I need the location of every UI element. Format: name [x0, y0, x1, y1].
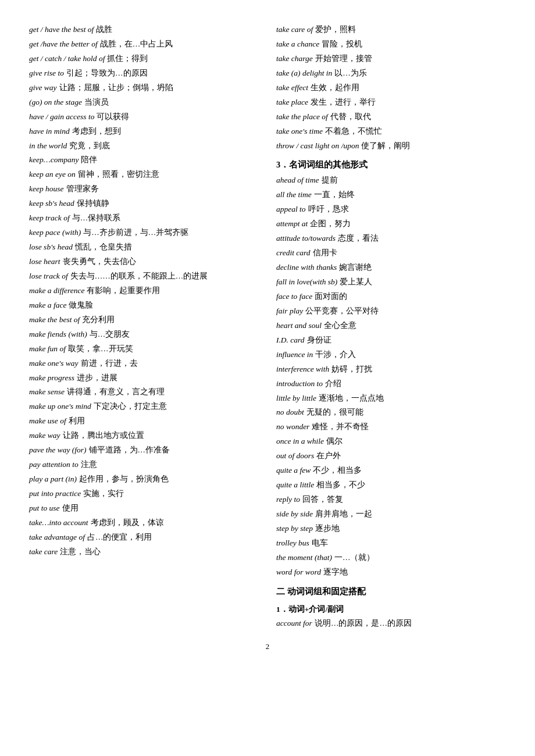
phrase-english: keep sb's head [29, 199, 74, 208]
list-item: quite a little相当多，不少 [276, 479, 506, 492]
phrase-chinese: 与…齐步前进，与…并驾齐驱 [83, 228, 188, 237]
phrase-english: the moment (that) [276, 553, 332, 562]
list-item: step by step逐步地 [276, 522, 506, 536]
phrase-chinese: 起作用，参与，扮演角色 [79, 475, 169, 483]
phrase-chinese: 下定决心，打定主意 [94, 402, 167, 411]
phrase-chinese: 不着急，不慌忙 [325, 127, 382, 135]
phrase-english: interference with [276, 365, 329, 373]
phrase-english: take effect [276, 83, 308, 92]
phrase-english: credit card [276, 248, 311, 257]
phrase-chinese: 一直，始终 [314, 190, 355, 199]
list-item: I.D. card身份证 [276, 334, 506, 347]
phrase-english: word for word [276, 568, 321, 576]
phrase-english: take place [276, 98, 308, 106]
phrase-english: make up one's mind [29, 402, 91, 411]
phrase-chinese: 身份证 [307, 336, 331, 344]
phrase-chinese: 回答，答复 [302, 495, 343, 504]
phrase-english: side by side [276, 509, 313, 518]
phrase-english: put to use [29, 504, 60, 512]
phrase-chinese: 提前 [322, 176, 338, 184]
phrase-english: take advantage of [29, 533, 85, 541]
phrase-english: take care [29, 547, 58, 556]
phrase-english: take…into account [29, 518, 88, 527]
phrase-chinese: 使了解，阐明 [361, 141, 410, 150]
phrase-chinese: 信用卡 [313, 248, 337, 257]
list-item: take place发生，进行，举行 [276, 96, 506, 109]
phrase-chinese: 讲得通，有意义，言之有理 [67, 387, 165, 396]
phrase-chinese: 占…的便宜，利用 [87, 533, 152, 541]
phrase-chinese: 逐字地 [323, 568, 348, 576]
list-item: lose heart丧失勇气，失去信心 [29, 255, 259, 269]
phrase-chinese: 开始管理，接管 [315, 54, 372, 63]
phrase-chinese: 保持镇静 [77, 199, 109, 208]
phrase-english: pay attention to [29, 460, 79, 469]
list-item: take effect生效，起作用 [276, 81, 506, 95]
phrase-chinese: 取笑，拿…开玩笑 [68, 344, 133, 353]
phrase-chinese: 考虑到，顾及，体谅 [91, 518, 164, 527]
list-item: take care注意，当心 [29, 545, 259, 559]
phrase-english: heart and soul [276, 321, 322, 330]
phrase-chinese: 失去与……的联系，不能跟上…的进展 [70, 272, 208, 280]
phrase-chinese: 爱护，照料 [315, 25, 356, 34]
phrase-chinese: 让路；屈服，让步；倒塌，坍陷 [59, 83, 173, 92]
list-item: throw / cast light on /upon使了解，阐明 [276, 140, 506, 153]
list-item: appeal to呼吁，恳求 [276, 203, 506, 216]
list-item: attitude to/towards态度，看法 [276, 232, 506, 245]
phrase-chinese: 无疑的，很可能 [306, 408, 363, 416]
list-item: keep an eye on留神，照看，密切注意 [29, 168, 259, 181]
phrase-chinese: 肩并肩地，一起 [315, 509, 372, 518]
phrase-chinese: 在户外 [316, 451, 341, 460]
phrase-english: give rise to [29, 69, 64, 77]
phrase-english: have / gain access to [29, 112, 94, 121]
phrase-english: out of doors [276, 451, 314, 460]
phrase-chinese: 留神，照看，密切注意 [78, 170, 159, 179]
phrase-chinese: 公平竞赛，公平对待 [305, 306, 379, 315]
phrase-english: quite a little [276, 480, 314, 489]
phrase-chinese: 与…交朋友 [90, 330, 130, 338]
phrase-english: lose heart [29, 257, 60, 266]
phrase-english: (go) on the stage [29, 98, 82, 106]
list-item: get /have the better of战胜，在…中占上风 [29, 38, 259, 51]
list-item: have / gain access to可以获得 [29, 110, 259, 124]
list-item: credit card信用卡 [276, 247, 506, 260]
page-content: get / have the best of战胜get /have the be… [29, 23, 506, 630]
section-header: 3．名词词组的其他形式 [276, 159, 506, 170]
phrase-english: trolley bus [276, 539, 309, 547]
list-item: take charge开始管理，接管 [276, 52, 506, 66]
phrase-english: make fun of [29, 344, 66, 353]
phrase-english: lose track of [29, 272, 68, 280]
list-item: the moment (that)一…（就） [276, 551, 506, 565]
phrase-chinese: 冒险，投机 [322, 40, 362, 48]
right-column: take care of爱护，照料take a chance冒险，投机take … [276, 23, 506, 630]
section2-header: 二 动词词组和固定搭配 [276, 586, 506, 597]
phrase-english: put into practice [29, 489, 81, 498]
phrase-english: pave the way (for) [29, 445, 87, 454]
phrase-english: no wonder [276, 422, 309, 431]
list-item: keep track of与…保持联系 [29, 212, 259, 225]
phrase-english: take one's time [276, 127, 323, 135]
phrase-english: all the time [276, 190, 312, 199]
phrase-chinese: 电车 [312, 539, 328, 547]
phrase-chinese: 态度，看法 [338, 234, 379, 243]
phrase-english: take (a) delight in [276, 69, 332, 77]
phrase-english: make way [29, 431, 60, 440]
phrase-english: get / catch / take hold of [29, 54, 105, 63]
phrase-english: get / have the best of [29, 25, 94, 34]
list-item: take…into account考虑到，顾及，体谅 [29, 516, 259, 530]
phrase-english: throw / cast light on /upon [276, 141, 359, 150]
list-item: lose sb's head慌乱，仓皇失措 [29, 241, 259, 254]
left-column: get / have the best of战胜get /have the be… [29, 23, 259, 630]
phrase-chinese: 进步，进展 [77, 373, 117, 382]
phrase-english: ahead of time [276, 176, 319, 184]
phrase-english: appeal to [276, 205, 306, 213]
list-item: influence in干涉，介入 [276, 348, 506, 362]
phrase-english: play a part (in) [29, 475, 77, 483]
phrase-chinese: 代替，取代 [330, 112, 371, 121]
phrase-english: make a difference [29, 286, 84, 295]
phrase-english: take the place of [276, 112, 328, 121]
list-item: once in a while偶尔 [276, 435, 506, 448]
list-item: have in mind考虑到，想到 [29, 125, 259, 138]
phrase-chinese: 有影响，起重要作用 [87, 286, 160, 295]
list-item: pave the way (for)铺平道路，为…作准备 [29, 444, 259, 457]
list-item: side by side肩并肩地，一起 [276, 508, 506, 521]
